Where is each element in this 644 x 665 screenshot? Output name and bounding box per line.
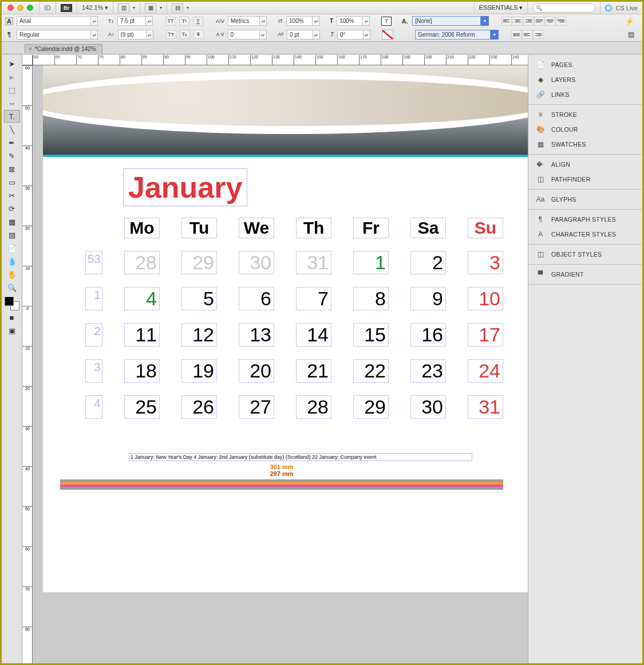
- leading-input[interactable]: (9 pt)▴▾: [118, 30, 153, 40]
- calendar-day[interactable]: 5: [181, 287, 217, 310]
- hand-tool[interactable]: ✋: [4, 268, 20, 281]
- justify-full-buttons[interactable]: [511, 30, 543, 39]
- hscale-input[interactable]: 100%▴▾: [337, 16, 370, 26]
- character-mode-toggle[interactable]: A: [5, 17, 13, 25]
- panel-layers[interactable]: ◆LAYERS: [528, 72, 642, 87]
- panel-object-styles[interactable]: ◫OBJECT STYLES: [528, 247, 642, 262]
- calendar-day[interactable]: 4: [124, 287, 160, 310]
- kerning-input[interactable]: Metrics▴▾: [228, 16, 267, 26]
- panel-stroke[interactable]: ≡STROKE: [528, 107, 642, 122]
- justify-left-button[interactable]: [534, 17, 544, 26]
- arrange-documents-button[interactable]: ▦: [145, 3, 156, 13]
- language-dropdown[interactable]: German: 2006 Reform▾: [415, 30, 499, 40]
- calendar-day[interactable]: 8: [353, 287, 389, 310]
- align-center-button[interactable]: [512, 17, 523, 26]
- cs-live-button[interactable]: CS Live: [600, 2, 642, 14]
- calendar-day[interactable]: 1: [353, 251, 389, 274]
- minimize-window-button[interactable]: [17, 5, 23, 11]
- close-window-button[interactable]: [7, 5, 14, 11]
- justify-center-button[interactable]: [545, 17, 555, 26]
- justify-all-button[interactable]: [511, 30, 521, 39]
- calendar-day[interactable]: 10: [468, 287, 503, 310]
- paragraph-mode-toggle[interactable]: ¶: [5, 30, 13, 38]
- strikethrough-button[interactable]: T: [193, 30, 204, 39]
- screen-mode-button[interactable]: ▥: [118, 3, 129, 13]
- character-style-dropdown[interactable]: [None]▾: [412, 16, 489, 26]
- free-transform-tool[interactable]: ⟳: [4, 202, 20, 215]
- calendar-day[interactable]: 29: [353, 395, 389, 419]
- calendar-day[interactable]: 21: [296, 359, 331, 383]
- calendar-day[interactable]: 25: [124, 395, 160, 419]
- calendar-day[interactable]: 28: [124, 251, 160, 274]
- calendar-day[interactable]: 31: [296, 251, 331, 274]
- font-size-input[interactable]: 7.5 pt▴▾: [117, 16, 153, 26]
- ruler-origin[interactable]: [22, 55, 33, 65]
- calendar-day[interactable]: 17: [468, 323, 503, 347]
- align-away-spine-button[interactable]: [533, 30, 543, 39]
- zoom-level-dropdown[interactable]: 142.1% ▾: [82, 4, 108, 11]
- calendar-day[interactable]: 15: [353, 323, 389, 347]
- quick-apply-icon[interactable]: ⚡: [625, 17, 639, 26]
- rectangle-frame-tool[interactable]: ⊠: [4, 163, 20, 175]
- panel-pages[interactable]: 📄PAGES: [528, 57, 642, 72]
- horizontal-ruler[interactable]: 6065707580859095100110120130140150160170…: [33, 55, 528, 65]
- apply-color-button[interactable]: ■: [4, 311, 20, 324]
- calendar-day[interactable]: 29: [181, 251, 217, 274]
- align-towards-spine-button[interactable]: [522, 30, 532, 39]
- document-canvas[interactable]: 6065707580859095100110120130140150160170…: [22, 55, 528, 663]
- panel-links[interactable]: 🔗LINKS: [528, 87, 642, 102]
- fill-stroke-swatch[interactable]: [5, 297, 19, 310]
- panel-gradient[interactable]: ▀GRADIENT: [528, 267, 642, 282]
- calendar-day[interactable]: 26: [181, 395, 217, 419]
- month-title-frame[interactable]: January: [123, 168, 247, 206]
- calendar-day[interactable]: 30: [239, 251, 274, 274]
- align-right-button[interactable]: [523, 17, 534, 26]
- gradient-feather-tool[interactable]: ▨: [4, 229, 20, 241]
- document-tab[interactable]: × *Calendar.indd @ 142%: [25, 44, 102, 53]
- calendar-day[interactable]: 18: [124, 359, 160, 383]
- gradient-swatch-tool[interactable]: ▦: [4, 215, 20, 228]
- calendar-day[interactable]: 13: [239, 323, 274, 347]
- pen-tool[interactable]: ✒: [4, 136, 20, 149]
- panel-character-styles[interactable]: ACHARACTER STYLES: [528, 227, 642, 242]
- zoom-tool[interactable]: 🔍: [4, 281, 20, 294]
- smallcaps-button[interactable]: Tᴛ: [166, 30, 176, 39]
- calendar-day[interactable]: 2: [410, 251, 446, 274]
- calendar-day[interactable]: 22: [353, 359, 389, 383]
- pencil-tool[interactable]: ✎: [4, 149, 20, 162]
- calendar-day[interactable]: 3: [468, 251, 503, 274]
- line-tool[interactable]: ╲: [4, 123, 20, 136]
- panel-align[interactable]: �ංALIGN: [528, 157, 642, 172]
- paragraph-align-buttons[interactable]: [501, 17, 566, 26]
- rectangle-tool[interactable]: ▭: [4, 176, 20, 188]
- calendar-day[interactable]: 7: [296, 287, 331, 310]
- fill-swatch[interactable]: T: [381, 17, 392, 26]
- calendar-day[interactable]: 28: [296, 395, 331, 419]
- workspace-switcher[interactable]: ESSENTIALS ▾: [479, 4, 523, 11]
- calendar-day[interactable]: 31: [468, 395, 503, 419]
- page-spread[interactable]: January MoTuWeThFrSaSu532829303112314567…: [43, 65, 528, 592]
- calendar-day[interactable]: 16: [410, 323, 446, 347]
- tracking-input[interactable]: 0▴▾: [228, 30, 267, 40]
- justify-right-button[interactable]: [556, 17, 566, 26]
- panel-menu-icon[interactable]: ▤: [628, 30, 639, 38]
- calendar-day[interactable]: 20: [239, 359, 274, 383]
- calendar-day[interactable]: 24: [468, 359, 503, 383]
- view-mode-button[interactable]: ▣: [4, 324, 20, 337]
- events-text-frame[interactable]: 1 January: New Year's Day 4 January: 2nd…: [129, 453, 472, 461]
- calendar-day[interactable]: 23: [410, 359, 446, 383]
- view-options-button[interactable]: ▤: [172, 3, 183, 13]
- page-tool[interactable]: ⬚: [4, 84, 20, 96]
- scissors-tool[interactable]: ✂: [4, 189, 20, 202]
- calendar-day[interactable]: 14: [296, 323, 331, 347]
- calendar-day[interactable]: 19: [181, 359, 217, 383]
- bridge-button[interactable]: Br: [61, 4, 72, 12]
- font-style-dropdown[interactable]: Regular▴▾: [17, 30, 98, 40]
- calendar-day[interactable]: 30: [410, 395, 446, 419]
- eyedropper-tool[interactable]: 💧: [4, 255, 20, 267]
- vertical-ruler[interactable]: 6050403020100102030405060708090100110120…: [22, 65, 33, 663]
- underline-button[interactable]: T: [193, 17, 203, 26]
- gap-tool[interactable]: ↔: [4, 97, 20, 109]
- zoom-window-button[interactable]: [27, 5, 33, 11]
- panel-swatches[interactable]: ▦SWATCHES: [528, 137, 642, 152]
